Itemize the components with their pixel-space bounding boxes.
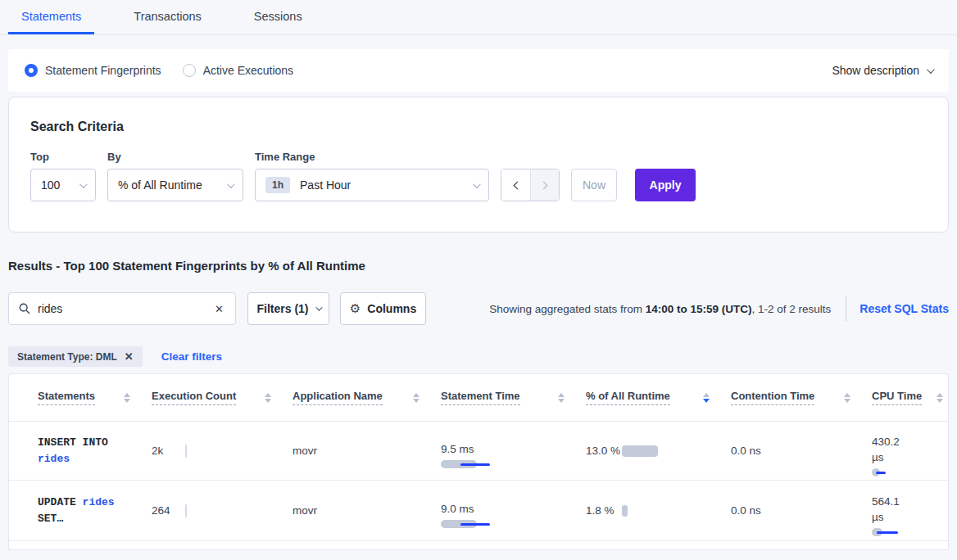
pct-runtime-bar	[622, 445, 658, 457]
time-step-buttons	[501, 169, 560, 201]
search-input[interactable]	[38, 302, 213, 315]
cpu-time-value: 430.2 µs	[872, 434, 908, 465]
sort-icon[interactable]	[844, 393, 850, 403]
filters-label: Filters (1)	[256, 302, 308, 315]
filter-chip-statement-type[interactable]: Statement Type: DML ✕	[8, 346, 143, 367]
search-icon	[19, 303, 30, 314]
execution-count-bar	[185, 504, 187, 517]
header-statement-time[interactable]: Statement Time	[441, 390, 586, 405]
execution-count-cell: 264	[152, 504, 293, 517]
sort-icon[interactable]	[413, 393, 420, 403]
sort-icon[interactable]	[937, 393, 943, 403]
cpu-time-cell: 430.2 µs	[872, 434, 948, 467]
tab-statements[interactable]: Statements	[8, 0, 94, 34]
reset-sql-stats-link[interactable]: Reset SQL Stats	[859, 302, 949, 315]
columns-label: Columns	[367, 302, 416, 315]
top-label: Top	[30, 151, 96, 163]
contention-time-cell: 0.0 ns	[731, 445, 872, 457]
statement-time-cell: 9.0 ms	[441, 503, 586, 519]
statement-time-value: 9.0 ms	[441, 503, 586, 515]
header-label[interactable]: Contention Time	[731, 390, 814, 405]
sort-icon[interactable]	[124, 393, 130, 403]
chevron-down-icon	[227, 180, 235, 188]
time-range-select[interactable]: 1h Past Hour	[255, 169, 489, 201]
top-field: Top 100	[30, 151, 96, 201]
header-label[interactable]: Statement Time	[441, 390, 520, 405]
header-application-name[interactable]: Application Name	[293, 390, 441, 405]
columns-button[interactable]: ⚙ Columns	[340, 292, 426, 325]
time-range-value: Past Hour	[300, 178, 351, 192]
header-statements[interactable]: Statements	[38, 390, 152, 405]
view-toggle-strip: Statement Fingerprints Active Executions…	[8, 49, 949, 92]
remove-filter-icon[interactable]: ✕	[125, 350, 134, 363]
top-select[interactable]: 100	[30, 169, 96, 201]
header-cpu-time[interactable]: CPU Time	[872, 390, 948, 405]
prev-time-button[interactable]	[501, 169, 530, 201]
header-execution-count[interactable]: Execution Count	[152, 390, 293, 405]
chevron-down-icon	[315, 304, 322, 310]
statement-time-cell: 9.5 ms	[441, 443, 586, 459]
search-criteria-title: Search Criteria	[30, 120, 948, 134]
sort-icon-active-desc[interactable]	[703, 393, 710, 403]
gear-icon: ⚙	[350, 301, 361, 316]
contention-time-cell: 0.0 ns	[731, 504, 872, 517]
header-pct-all-runtime[interactable]: % of All Runtime	[586, 390, 731, 405]
radio-statement-fingerprints[interactable]: Statement Fingerprints	[25, 64, 161, 77]
time-range-field: Time Range 1h Past Hour	[255, 151, 489, 201]
radio-selected-icon	[25, 64, 38, 77]
chevron-down-icon	[927, 65, 935, 74]
top-tab-bar: Statements Transactions Sessions	[0, 0, 957, 35]
execution-count-value: 2k	[152, 445, 185, 457]
application-name-cell: movr	[293, 445, 441, 457]
sort-icon[interactable]	[265, 393, 271, 403]
table-row[interactable]: UPDATE rides SET… 264 movr 9.0 ms 1.8 % …	[9, 481, 948, 541]
chevron-left-icon	[513, 181, 521, 189]
tab-transactions[interactable]: Transactions	[120, 0, 214, 34]
statement-cell: UPDATE rides SET…	[38, 495, 152, 527]
sort-icon[interactable]	[558, 393, 565, 403]
header-contention-time[interactable]: Contention Time	[731, 390, 872, 405]
search-criteria-form: Top 100 By % of All Runtime Time Range 1…	[25, 151, 948, 201]
show-description-label: Show description	[832, 64, 919, 77]
search-box[interactable]: ✕	[8, 292, 236, 325]
header-label[interactable]: Execution Count	[152, 390, 236, 405]
results-heading: Results - Top 100 Statement Fingerprints…	[8, 259, 949, 273]
by-label: By	[107, 151, 243, 163]
table-row[interactable]: INSERT INTO rides 2k movr 9.5 ms 13.0 % …	[9, 422, 948, 481]
by-select[interactable]: % of All Runtime	[107, 169, 243, 201]
chevron-down-icon	[473, 180, 481, 188]
sql-keyword: INSERT INTO	[38, 436, 108, 449]
sql-keyword: UPDATE	[38, 496, 83, 508]
show-description-toggle[interactable]: Show description	[832, 64, 932, 77]
results-toolbar: ✕ Filters (1) ⚙ Columns Showing aggregat…	[8, 292, 949, 325]
header-label[interactable]: Application Name	[293, 390, 383, 405]
radio-active-executions[interactable]: Active Executions	[183, 64, 294, 77]
sql-keyword: SET…	[38, 513, 63, 525]
header-label[interactable]: Statements	[38, 390, 95, 405]
statement-link[interactable]: rides	[83, 496, 115, 508]
radio-unselected-icon	[183, 64, 196, 77]
header-label[interactable]: CPU Time	[872, 390, 922, 405]
execution-count-cell: 2k	[152, 445, 293, 458]
active-filters-row: Statement Type: DML ✕ Clear filters	[8, 346, 949, 367]
statement-link[interactable]: rides	[38, 453, 70, 465]
radio-label: Statement Fingerprints	[45, 64, 161, 77]
stats-suffix: , 1-2 of 2 results	[752, 303, 832, 315]
time-range-label: Time Range	[255, 151, 489, 163]
now-button[interactable]: Now	[571, 169, 617, 201]
next-time-button[interactable]	[530, 169, 559, 201]
vertical-divider	[846, 296, 846, 321]
pct-runtime-bar	[622, 505, 628, 517]
apply-button[interactable]: Apply	[635, 169, 696, 201]
filters-button[interactable]: Filters (1)	[247, 292, 329, 325]
top-select-value: 100	[41, 178, 60, 192]
header-label[interactable]: % of All Runtime	[586, 390, 670, 405]
chevron-right-icon	[540, 181, 548, 189]
clear-filters-link[interactable]: Clear filters	[161, 350, 222, 363]
stats-time-range: 14:00 to 15:59 (UTC)	[646, 303, 752, 315]
statement-time-value: 9.5 ms	[441, 443, 586, 455]
clear-search-icon[interactable]: ✕	[213, 301, 225, 317]
time-range-badge: 1h	[265, 177, 290, 193]
tab-sessions[interactable]: Sessions	[241, 0, 315, 34]
application-name-cell: movr	[293, 504, 441, 517]
